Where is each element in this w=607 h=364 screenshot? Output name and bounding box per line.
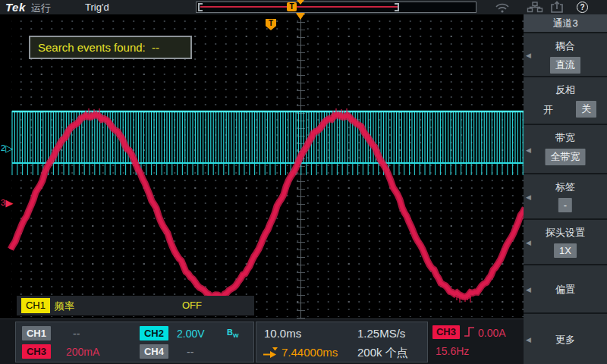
delay-time-value: 7.44000ms xyxy=(281,346,338,359)
horizontal-readouts-box: 10.0ms 1.25MS/s 7.44000ms 200k 个点 xyxy=(256,322,428,362)
expansion-point-icon xyxy=(297,0,304,5)
measurement-channel-badge[interactable]: CH1 xyxy=(21,298,50,313)
invert-off-option-selected[interactable]: 关 xyxy=(576,101,596,118)
wifi-icon[interactable] xyxy=(495,2,510,13)
bottom-status-bar: CH1 -- CH2 2.00V BW CH3 200mA CH4 -- 10.… xyxy=(0,318,524,364)
ch2-scale-value: 2.00V xyxy=(177,328,205,340)
label-label: 标签 xyxy=(524,180,607,194)
side-menu-panel: ? 通道3 ◀ 耦合 直流 反相 开 关 ◀ 带宽 全带宽 ◀ 标签 - ◀ 探… xyxy=(524,0,607,364)
channel-readouts-box: CH1 -- CH2 2.00V BW CH3 200mA CH4 -- xyxy=(15,322,254,362)
sample-rate-value: 1.25MS/s xyxy=(357,327,405,340)
rising-edge-icon xyxy=(464,325,476,338)
record-view-left-bracket xyxy=(198,3,203,11)
waveform-display xyxy=(0,14,524,318)
menu-section-probe-setup[interactable]: ◀ 探头设置 1X xyxy=(524,218,607,265)
coupling-value-chip[interactable]: 直流 xyxy=(550,57,580,74)
coupling-label: 耦合 xyxy=(524,39,607,53)
invert-label: 反相 xyxy=(524,83,607,97)
menu-section-more[interactable]: ◀ 更多 xyxy=(524,312,607,364)
measurement-value: OFF xyxy=(182,300,202,311)
export-share-icon[interactable] xyxy=(550,1,564,14)
offset-label: 偏置 xyxy=(524,283,607,297)
help-icon[interactable]: ? xyxy=(577,2,588,13)
record-view-waveform-line xyxy=(200,6,398,8)
side-icons-row: ? xyxy=(524,0,607,14)
trigger-source-badge[interactable]: CH3 xyxy=(432,325,460,339)
ch1-scale-value: -- xyxy=(73,328,80,340)
filled-right-triangle-icon: ▶ xyxy=(5,197,13,209)
ch2-badge[interactable]: CH2 xyxy=(140,326,168,340)
graticule-grid xyxy=(11,15,524,317)
probe-setup-label: 探头设置 xyxy=(524,226,607,240)
graticule-center-line xyxy=(300,14,301,318)
invert-on-option[interactable]: 开 xyxy=(543,103,553,117)
measurement-type-label: 频率 xyxy=(55,300,74,313)
ch3-scale-value: 200mA xyxy=(66,346,99,358)
submenu-arrow-icon: ◀ xyxy=(526,193,531,201)
menu-section-offset[interactable]: ◀ 偏置 xyxy=(524,264,607,314)
side-menu-title: 通道3 xyxy=(524,14,607,32)
menu-section-coupling[interactable]: ◀ 耦合 直流 xyxy=(524,32,607,77)
trigger-readouts: CH3 0.00A 15.6Hz xyxy=(429,322,524,361)
ch4-scale-value: -- xyxy=(187,346,193,358)
label-value-chip[interactable]: - xyxy=(558,198,572,212)
record-view-trigger-badge[interactable]: T xyxy=(287,2,297,11)
record-view-right-bracket xyxy=(395,3,399,11)
search-events-banner: Search events found: -- xyxy=(29,36,192,59)
menu-section-bandwidth[interactable]: ◀ 带宽 全带宽 xyxy=(524,124,607,174)
submenu-arrow-icon: ◀ xyxy=(526,239,531,246)
menu-section-label[interactable]: ◀ 标签 - xyxy=(524,173,607,220)
trigger-level-value: 0.00A xyxy=(478,327,506,339)
ch3-badge[interactable]: CH3 xyxy=(22,344,51,359)
trigger-frequency-value: 15.6Hz xyxy=(436,345,469,357)
record-view-bar[interactable]: T xyxy=(196,2,476,13)
top-status-bar: Tek 运行 Trig'd T xyxy=(0,0,524,14)
network-topology-icon[interactable] xyxy=(527,2,543,13)
horizontal-scale-value: 10.0ms xyxy=(264,327,301,340)
trigger-position-icon[interactable] xyxy=(296,13,305,20)
ch1-badge[interactable]: CH1 xyxy=(22,326,51,340)
hollow-right-triangle-icon: ▷ xyxy=(5,143,13,154)
tek-logo: Tek xyxy=(5,1,26,14)
submenu-arrow-icon: ◀ xyxy=(526,146,531,154)
ch4-badge[interactable]: CH4 xyxy=(140,344,168,359)
bandwidth-value-chip[interactable]: 全带宽 xyxy=(546,149,586,165)
ch2-ground-marker[interactable]: 2▷ xyxy=(1,143,13,153)
bandwidth-label: 带宽 xyxy=(524,131,607,145)
delay-arrow-icon xyxy=(263,347,279,358)
probe-attenuation-chip[interactable]: 1X xyxy=(554,243,577,258)
menu-section-invert[interactable]: 反相 开 关 xyxy=(524,76,607,125)
ch2-bandwidth-limit-icon: BW xyxy=(227,328,239,339)
record-length-value: 200k 个点 xyxy=(357,346,408,360)
trigger-state: Trig'd xyxy=(85,2,109,13)
acquisition-state: 运行 xyxy=(31,2,51,15)
measurement-bar[interactable]: CH1 频率 OFF xyxy=(17,296,254,315)
more-label: 更多 xyxy=(524,333,607,347)
ch3-ground-marker[interactable]: 3▶ xyxy=(1,198,13,208)
